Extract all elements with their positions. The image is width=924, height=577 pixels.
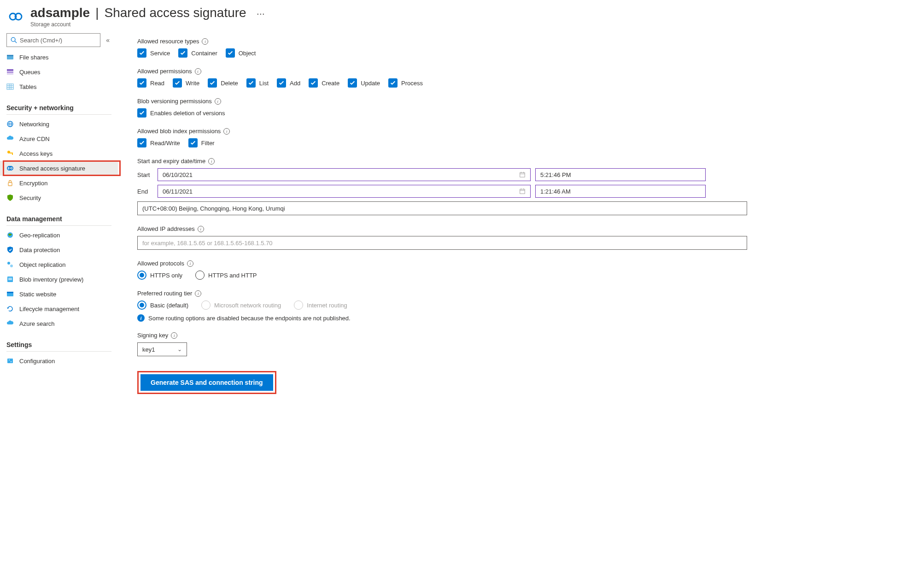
checkbox-object[interactable]: Object bbox=[226, 48, 256, 58]
protection-icon bbox=[6, 246, 14, 253]
info-icon[interactable]: i bbox=[171, 332, 177, 339]
collapse-sidebar-icon[interactable]: « bbox=[104, 35, 111, 46]
svg-rect-22 bbox=[8, 183, 12, 186]
svg-rect-9 bbox=[7, 84, 13, 89]
sidebar-item-azure-search[interactable]: Azure search bbox=[0, 316, 118, 331]
label-signing-key: Signing key bbox=[137, 332, 168, 339]
sidebar-item-access-keys[interactable]: Access keys bbox=[0, 146, 118, 161]
info-icon[interactable]: i bbox=[195, 68, 201, 75]
sidebar: Search (Cmd+/) « File shares Queues Tabl… bbox=[0, 29, 118, 408]
checkbox-service[interactable]: Service bbox=[137, 48, 170, 58]
checkbox-write[interactable]: Write bbox=[173, 78, 199, 88]
file-shares-icon bbox=[6, 53, 14, 61]
checkbox-update[interactable]: Update bbox=[348, 78, 380, 88]
svg-rect-7 bbox=[7, 71, 13, 73]
end-date-input[interactable]: 06/11/2021 bbox=[158, 185, 531, 198]
queues-icon bbox=[6, 68, 14, 76]
checkbox-delete[interactable]: Delete bbox=[208, 78, 238, 88]
info-icon[interactable]: i bbox=[215, 98, 221, 105]
checkbox-create[interactable]: Create bbox=[309, 78, 339, 88]
search-input[interactable]: Search (Cmd+/) bbox=[6, 33, 100, 47]
svg-line-3 bbox=[15, 41, 17, 43]
start-label: Start bbox=[137, 171, 153, 178]
sidebar-item-shared-access-signature[interactable]: Shared access signature bbox=[0, 161, 118, 176]
svg-rect-27 bbox=[8, 278, 12, 279]
cdn-icon bbox=[6, 135, 14, 142]
lock-icon bbox=[6, 179, 14, 187]
sidebar-item-object-replication[interactable]: Object replication bbox=[0, 257, 118, 272]
svg-point-2 bbox=[11, 37, 15, 41]
info-icon[interactable]: i bbox=[198, 226, 204, 232]
generate-sas-button[interactable]: Generate SAS and connection string bbox=[140, 374, 273, 391]
timezone-select[interactable]: (UTC+08:00) Beijing, Chongqing, Hong Kon… bbox=[137, 201, 747, 215]
sidebar-item-networking[interactable]: Networking bbox=[0, 117, 118, 131]
routing-info-message: i Some routing options are disabled beca… bbox=[137, 314, 924, 322]
sidebar-item-configuration[interactable]: Configuration bbox=[0, 353, 118, 368]
svg-point-24 bbox=[7, 262, 10, 265]
svg-point-33 bbox=[9, 359, 10, 360]
checkbox-container[interactable]: Container bbox=[178, 48, 217, 58]
checkbox-delete-versions[interactable]: Enables deletion of versions bbox=[137, 108, 225, 118]
svg-rect-39 bbox=[520, 189, 525, 194]
sidebar-item-static-website[interactable]: Static website bbox=[0, 287, 118, 301]
chevron-down-icon: ⌄ bbox=[177, 346, 182, 353]
sidebar-item-file-shares[interactable]: File shares bbox=[0, 50, 118, 65]
radio-microsoft-routing: Microsoft network routing bbox=[201, 300, 281, 310]
sidebar-item-data-protection[interactable]: Data protection bbox=[0, 242, 118, 257]
sidebar-item-azure-cdn[interactable]: Azure CDN bbox=[0, 131, 118, 146]
sas-icon bbox=[6, 165, 14, 172]
key-icon bbox=[6, 150, 14, 157]
svg-rect-28 bbox=[8, 279, 12, 280]
start-date-input[interactable]: 06/10/2021 bbox=[158, 168, 531, 181]
tables-icon bbox=[6, 83, 14, 90]
svg-rect-5 bbox=[7, 55, 13, 56]
sidebar-item-security[interactable]: Security bbox=[0, 190, 118, 205]
sidebar-item-encryption[interactable]: Encryption bbox=[0, 176, 118, 190]
label-blob-versioning: Blob versioning permissions bbox=[137, 98, 212, 105]
info-icon[interactable]: i bbox=[195, 290, 201, 297]
sidebar-section-settings: Settings bbox=[0, 331, 118, 351]
info-icon[interactable]: i bbox=[223, 128, 230, 135]
checkbox-process[interactable]: Process bbox=[388, 78, 423, 88]
sas-header-icon bbox=[7, 8, 24, 25]
svg-point-25 bbox=[10, 265, 13, 267]
resource-type-subtitle: Storage account bbox=[30, 20, 265, 28]
allowed-ip-input[interactable]: for example, 168.1.5.65 or 168.1.5.65-16… bbox=[137, 236, 747, 250]
svg-rect-35 bbox=[520, 173, 525, 177]
sidebar-item-tables[interactable]: Tables bbox=[0, 79, 118, 94]
radio-https-only[interactable]: HTTPS only bbox=[137, 271, 182, 280]
svg-rect-6 bbox=[7, 69, 13, 71]
cloud-search-icon bbox=[6, 320, 14, 327]
radio-basic-routing[interactable]: Basic (default) bbox=[137, 300, 188, 310]
end-label: End bbox=[137, 188, 153, 195]
account-name: adsample bbox=[30, 6, 90, 20]
page-header: adsample | Shared access signature ··· S… bbox=[0, 0, 924, 29]
svg-point-34 bbox=[11, 361, 12, 362]
start-time-input[interactable]: 5:21:46 PM bbox=[535, 168, 706, 181]
radio-internet-routing: Internet routing bbox=[294, 300, 347, 310]
checkbox-add[interactable]: Add bbox=[277, 78, 300, 88]
sidebar-item-blob-inventory[interactable]: Blob inventory (preview) bbox=[0, 272, 118, 287]
info-icon[interactable]: i bbox=[202, 38, 208, 45]
website-icon bbox=[6, 290, 14, 298]
label-routing-tier: Preferred routing tier bbox=[137, 290, 192, 297]
sidebar-item-lifecycle-management[interactable]: Lifecycle management bbox=[0, 301, 118, 316]
lifecycle-icon bbox=[6, 305, 14, 312]
svg-rect-18 bbox=[10, 153, 13, 153]
radio-https-and-http[interactable]: HTTPS and HTTP bbox=[195, 271, 257, 280]
sidebar-item-queues[interactable]: Queues bbox=[0, 65, 118, 79]
checkbox-index-readwrite[interactable]: Read/Write bbox=[137, 138, 180, 147]
inventory-icon bbox=[6, 276, 14, 283]
label-start-expiry: Start and expiry date/time bbox=[137, 158, 205, 165]
end-time-input[interactable]: 1:21:46 AM bbox=[535, 185, 706, 198]
more-menu-icon[interactable]: ··· bbox=[257, 8, 265, 20]
checkbox-index-filter[interactable]: Filter bbox=[188, 138, 215, 147]
info-icon[interactable]: i bbox=[187, 260, 193, 267]
svg-rect-8 bbox=[7, 74, 13, 75]
main-content: Allowed resource types i Service Contain… bbox=[118, 29, 924, 408]
signing-key-select[interactable]: key1 ⌄ bbox=[137, 342, 187, 356]
checkbox-read[interactable]: Read bbox=[137, 78, 164, 88]
sidebar-item-geo-replication[interactable]: Geo-replication bbox=[0, 228, 118, 242]
info-icon[interactable]: i bbox=[208, 158, 215, 165]
checkbox-list[interactable]: List bbox=[246, 78, 269, 88]
